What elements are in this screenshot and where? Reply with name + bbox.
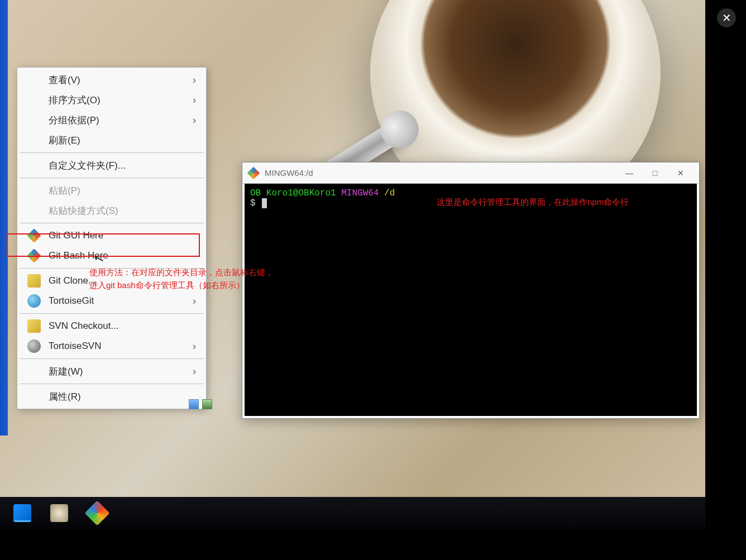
menu-item-properties[interactable]: 属性(R) — [18, 386, 205, 406]
context-menu: 查看(V) › 排序方式(O) › 分组依据(P) › 刷新(E) 自定义文件夹… — [17, 67, 207, 409]
menu-label: 查看(V) — [49, 74, 193, 87]
terminal-body[interactable]: OB Koro1@OBKoro1 MINGW64 /d $ — [245, 184, 697, 416]
chevron-right-icon: › — [193, 341, 196, 352]
tortoisesvn-icon — [27, 339, 41, 353]
menu-separator — [20, 358, 204, 359]
menu-label: 属性(R) — [49, 390, 196, 403]
prompt-pre: OB — [250, 188, 266, 198]
menu-item-git-bash-here[interactable]: Git Bash Here — [18, 246, 205, 266]
menu-label: 分组依据(P) — [49, 114, 193, 127]
menu-label: 刷新(E) — [49, 134, 196, 147]
prompt-ps: $ — [250, 198, 261, 208]
menu-item-paste-shortcut: 粘贴快捷方式(S) — [18, 200, 205, 221]
desktop-background: 查看(V) › 排序方式(O) › 分组依据(P) › 刷新(E) 自定义文件夹… — [0, 0, 705, 529]
menu-label: Git Bash Here — [49, 250, 196, 261]
menu-label: SVN Checkout... — [49, 320, 196, 332]
git-icon — [27, 248, 41, 262]
minimize-button[interactable]: — — [616, 165, 642, 181]
taskbar-app-icon-3[interactable] — [84, 500, 109, 525]
close-button[interactable]: ✕ — [668, 165, 694, 181]
menu-label: 粘贴(P) — [49, 184, 196, 197]
chevron-right-icon: › — [193, 94, 196, 106]
chevron-right-icon: › — [193, 366, 196, 377]
window-controls: — □ ✕ — [616, 165, 694, 181]
menu-item-git-gui-here[interactable]: Git GUI Here — [18, 226, 205, 246]
image-viewer-close-button[interactable]: ✕ — [717, 8, 736, 27]
menu-label: TortoiseSVN — [49, 341, 193, 352]
prompt-path: /d — [384, 188, 395, 198]
taskbar-app-icon-2[interactable] — [50, 504, 68, 522]
terminal-cursor — [262, 198, 267, 208]
menu-item-paste: 粘贴(P) — [18, 180, 205, 200]
annotation-terminal-text: 这里是命令行管理工具的界面，在此操作npm命令行 — [437, 197, 629, 208]
taskbar — [0, 497, 705, 529]
git-clone-icon — [27, 274, 41, 288]
menu-item-group[interactable]: 分组依据(P) › — [18, 110, 205, 130]
window-titlebar[interactable]: MINGW64:/d — □ ✕ — [242, 162, 699, 184]
menu-item-tortoisesvn[interactable]: TortoiseSVN › — [18, 336, 205, 356]
menu-label: 粘贴快捷方式(S) — [49, 204, 196, 217]
desktop-left-edge — [0, 0, 8, 435]
chevron-right-icon: › — [193, 74, 196, 86]
menu-item-new[interactable]: 新建(W) › — [18, 361, 205, 381]
menu-label: 自定义文件夹(F)... — [49, 159, 196, 172]
menu-item-svn-checkout[interactable]: SVN Checkout... — [18, 316, 205, 336]
git-bash-icon — [247, 166, 260, 179]
menu-separator — [20, 223, 204, 223]
window-title: MINGW64:/d — [265, 168, 616, 178]
menu-separator — [20, 152, 204, 153]
git-icon — [27, 228, 41, 242]
prompt-user-host: Koro1@OBKoro1 — [266, 188, 336, 198]
menu-item-customize-folder[interactable]: 自定义文件夹(F)... — [18, 155, 205, 175]
view-thumbnails-icon[interactable] — [202, 399, 212, 409]
menu-separator — [20, 178, 204, 178]
svn-checkout-icon — [27, 319, 41, 333]
menu-item-view[interactable]: 查看(V) › — [18, 70, 205, 90]
explorer-view-icons — [189, 399, 212, 409]
menu-label: 新建(W) — [49, 365, 193, 378]
prompt-env: MINGW64 — [336, 188, 384, 198]
menu-separator — [20, 313, 204, 314]
menu-label: TortoiseGit — [49, 295, 193, 307]
menu-item-sort[interactable]: 排序方式(O) › — [18, 90, 205, 110]
menu-label: 排序方式(O) — [49, 94, 193, 107]
menu-item-refresh[interactable]: 刷新(E) — [18, 130, 205, 150]
menu-item-tortoisegit[interactable]: TortoiseGit › — [18, 291, 205, 311]
chevron-right-icon: › — [193, 114, 196, 126]
menu-separator — [20, 384, 204, 384]
chevron-right-icon: › — [193, 295, 196, 307]
taskbar-app-icon-1[interactable] — [13, 504, 31, 522]
view-details-icon[interactable] — [189, 399, 199, 409]
annotation-usage-text: 使用方法：在对应的文件夹目录，点击鼠标右键， 进入git bash命令行管理工具… — [89, 266, 274, 291]
maximize-button[interactable]: □ — [642, 165, 668, 181]
menu-label: Git GUI Here — [49, 230, 196, 241]
tortoisegit-icon — [27, 294, 41, 308]
close-icon: ✕ — [722, 11, 731, 25]
